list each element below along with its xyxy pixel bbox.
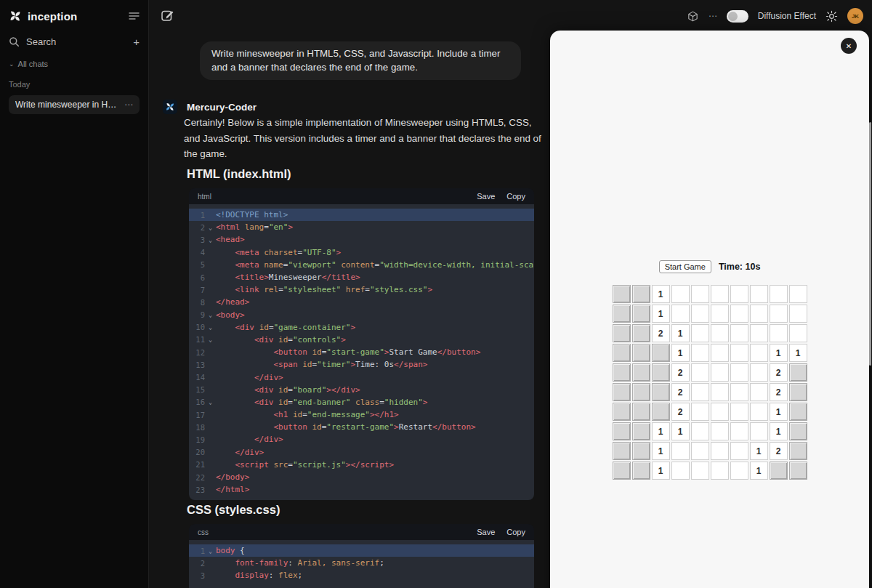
board-cell[interactable] [789,285,807,303]
board-cell[interactable] [632,403,650,421]
board-cell[interactable] [613,324,631,342]
board-cell[interactable] [613,363,631,382]
board-cell[interactable]: 2 [770,383,788,401]
chat-item-menu-icon[interactable]: ⋯ [124,100,133,109]
board-cell[interactable] [691,363,709,382]
board-cell[interactable] [711,305,729,323]
board-cell[interactable] [730,324,748,342]
board-cell[interactable] [671,285,690,303]
board-cell[interactable] [750,344,768,362]
save-button[interactable]: Save [477,192,495,201]
copy-button[interactable]: Copy [506,528,525,536]
board-cell[interactable] [691,442,709,460]
board-cell[interactable] [691,324,709,342]
board-cell[interactable] [750,403,768,421]
board-cell[interactable] [632,363,650,382]
board-cell[interactable] [691,344,709,362]
board-cell[interactable]: 1 [671,344,690,362]
board-cell[interactable] [691,462,709,480]
board-cell[interactable] [632,285,650,303]
board-cell[interactable] [770,305,788,323]
board-cell[interactable] [730,422,748,440]
start-game-button[interactable]: Start Game [659,260,711,273]
board-cell[interactable] [789,305,807,323]
board-cell[interactable] [789,324,807,342]
board-cell[interactable]: 1 [770,344,788,362]
board-cell[interactable]: 1 [750,462,768,480]
chat-list-item[interactable]: Write minesweeper in HTML5, CSS, and Jav… [9,95,140,114]
board-cell[interactable] [750,383,768,401]
board-cell[interactable] [711,363,729,382]
sidebar-collapse-icon[interactable] [129,12,140,20]
board-cell[interactable] [711,403,729,421]
new-chat-plus-icon[interactable]: + [133,36,140,48]
board-cell[interactable] [711,442,729,460]
board-cell[interactable] [730,462,748,480]
board-cell[interactable] [711,383,729,401]
board-cell[interactable] [789,363,807,382]
light-mode-sun-icon[interactable] [825,10,838,23]
board-cell[interactable] [711,285,729,303]
board-cell[interactable]: 2 [671,383,690,401]
board-cell[interactable] [652,383,670,401]
board-cell[interactable] [632,422,650,440]
board-cell[interactable]: 1 [671,422,690,440]
board-cell[interactable]: 1 [652,442,670,460]
board-cell[interactable] [691,383,709,401]
board-cell[interactable]: 1 [652,285,670,303]
board-cell[interactable] [711,422,729,440]
scrollbar-thumb[interactable] [869,122,871,366]
board-cell[interactable] [789,422,807,440]
board-cell[interactable] [613,383,631,401]
search-row[interactable]: Search + [9,33,140,49]
board-cell[interactable] [770,462,788,480]
board-cell[interactable] [711,344,729,362]
board-cell[interactable] [632,305,650,323]
board-cell[interactable] [613,344,631,362]
board-cell[interactable] [789,442,807,460]
board-cell[interactable] [632,383,650,401]
board-cell[interactable]: 2 [652,324,670,342]
user-avatar[interactable]: JK [847,8,863,24]
board-cell[interactable] [750,422,768,440]
board-cell[interactable]: 1 [750,442,768,460]
compose-icon[interactable] [161,9,174,23]
all-chats-toggle[interactable]: ⌄ All chats [9,60,140,68]
board-cell[interactable] [711,324,729,342]
board-cell[interactable] [750,324,768,342]
board-cell[interactable] [730,442,748,460]
board-cell[interactable]: 1 [770,422,788,440]
board-cell[interactable] [730,403,748,421]
board-cell[interactable] [750,285,768,303]
board-cell[interactable]: 2 [770,363,788,382]
board-cell[interactable] [613,442,631,460]
board-cell[interactable] [613,305,631,323]
board-cell[interactable] [613,285,631,303]
board-cell[interactable] [613,403,631,421]
board-cell[interactable] [632,324,650,342]
board-cell[interactable] [711,462,729,480]
board-cell[interactable]: 1 [652,462,670,480]
board-cell[interactable] [613,462,631,480]
copy-button[interactable]: Copy [506,192,525,201]
board-cell[interactable] [671,442,690,460]
board-cell[interactable] [789,403,807,421]
board-cell[interactable]: 1 [770,403,788,421]
board-cell[interactable] [750,363,768,382]
board-cell[interactable] [730,363,748,382]
board-cell[interactable]: 1 [652,422,670,440]
board-cell[interactable] [730,383,748,401]
board-cell[interactable] [691,285,709,303]
close-icon[interactable]: ✕ [841,38,857,54]
board-cell[interactable]: 1 [789,344,807,362]
board-cell[interactable] [789,383,807,401]
board-cell[interactable] [730,285,748,303]
board-cell[interactable] [730,305,748,323]
board-cell[interactable]: 1 [671,324,690,342]
board-cell[interactable] [652,363,670,382]
board-cell[interactable] [730,344,748,362]
board-cell[interactable] [691,305,709,323]
board-cell[interactable] [750,305,768,323]
board-cell[interactable] [789,462,807,480]
board-cell[interactable] [691,403,709,421]
